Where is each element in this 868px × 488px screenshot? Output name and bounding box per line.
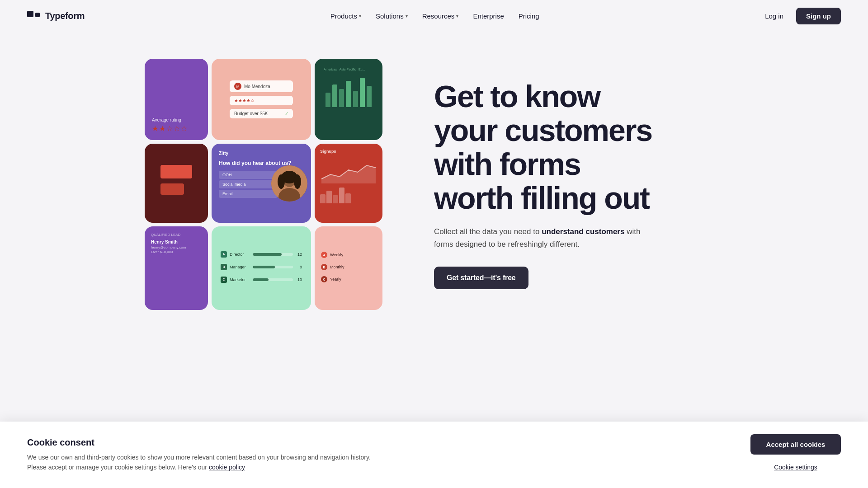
brand-name: Typeform: [45, 11, 85, 21]
hero-text: Get to know your customers with forms wo…: [425, 80, 723, 289]
manager-row: B Manager 8: [221, 264, 302, 270]
cookie-settings-button[interactable]: Cookie settings: [750, 459, 841, 475]
option-b-row: B Monthly: [321, 264, 344, 270]
dir-icon-b: B: [221, 264, 227, 270]
signup-button[interactable]: Sign up: [796, 8, 841, 24]
cookie-description: We use our own and third-party cookies t…: [27, 452, 380, 473]
nav-item-enterprise[interactable]: Enterprise: [467, 9, 510, 23]
logo-link[interactable]: Typeform: [27, 9, 85, 23]
person-avatar: [271, 165, 307, 202]
chevron-down-icon: ▾: [359, 14, 361, 19]
cookie-actions: Accept all cookies Cookie settings: [750, 434, 841, 475]
hero-subtitle: Collect all the data you need to underst…: [434, 225, 642, 250]
card-dark-red: [145, 144, 208, 223]
login-button[interactable]: Log in: [758, 9, 791, 23]
hero-image-grid: Average rating ★★☆☆☆ M Mo Mendoza ★★★★☆ …: [145, 59, 407, 310]
card-bar-chart: Americas Asia-Pacific Eu...: [315, 59, 382, 140]
director-row: A Director 12: [221, 251, 302, 258]
option-a-icon: A: [321, 252, 327, 258]
stars-field: ★★★★☆: [230, 96, 293, 105]
card-signups: Signups: [315, 144, 382, 223]
cookie-banner: Cookie consent We use our own and third-…: [0, 422, 868, 488]
card-directors: A Director 12 B Manager 8 C Marketer: [212, 226, 311, 310]
card-survey: Zitty How did you hear about us? OOH Soc…: [212, 144, 311, 223]
bar-chart-visual: [324, 73, 373, 109]
nav-item-solutions[interactable]: Solutions ▾: [369, 9, 414, 23]
logo-icon: [27, 9, 42, 23]
svg-rect-1: [35, 13, 40, 17]
card-lead: Qualified lead Henry Smith henry@company…: [145, 226, 208, 310]
hero-title: Get to know your customers with forms wo…: [434, 80, 723, 215]
nav-item-pricing[interactable]: Pricing: [512, 9, 546, 23]
cookie-title: Cookie consent: [27, 437, 732, 448]
marketer-row: C Marketer 10: [221, 277, 302, 283]
svg-point-6: [278, 174, 285, 189]
star-rating: ★★☆☆☆: [152, 124, 188, 133]
option-a-row: A Weekly: [321, 252, 343, 258]
cookie-policy-link[interactable]: cookie policy: [209, 464, 245, 471]
svg-point-7: [294, 174, 301, 189]
sparkline-chart: [320, 156, 377, 183]
name-field: M Mo Mendoza: [230, 80, 293, 92]
hero-section: Average rating ★★☆☆☆ M Mo Mendoza ★★★★☆ …: [118, 32, 750, 346]
budget-field: Budget over $5K ✓: [230, 109, 293, 118]
navigation: Typeform Products ▾ Solutions ▾ Resource…: [0, 0, 868, 32]
card-form-fields: M Mo Mendoza ★★★★☆ Budget over $5K ✓: [212, 59, 311, 140]
option-c-row: C Yearly: [321, 276, 341, 282]
card-options: A Weekly B Monthly C Yearly: [315, 226, 382, 310]
accept-cookies-button[interactable]: Accept all cookies: [750, 434, 841, 455]
chevron-down-icon: ▾: [406, 14, 408, 19]
nav-item-resources[interactable]: Resources ▾: [416, 9, 465, 23]
nav-item-products[interactable]: Products ▾: [324, 9, 368, 23]
cta-button[interactable]: Get started—it's free: [434, 267, 528, 289]
option-c-icon: C: [321, 276, 327, 282]
card-rating: Average rating ★★☆☆☆: [145, 59, 208, 140]
cookie-content: Cookie consent We use our own and third-…: [27, 437, 732, 473]
chevron-down-icon: ▾: [456, 14, 458, 19]
dir-icon-c: C: [221, 277, 227, 283]
nav-menu: Products ▾ Solutions ▾ Resources ▾ Enter…: [112, 9, 758, 23]
dir-icon-a: A: [221, 251, 227, 258]
nav-auth: Log in Sign up: [758, 8, 841, 24]
svg-rect-0: [27, 11, 33, 17]
option-b-icon: B: [321, 264, 327, 270]
